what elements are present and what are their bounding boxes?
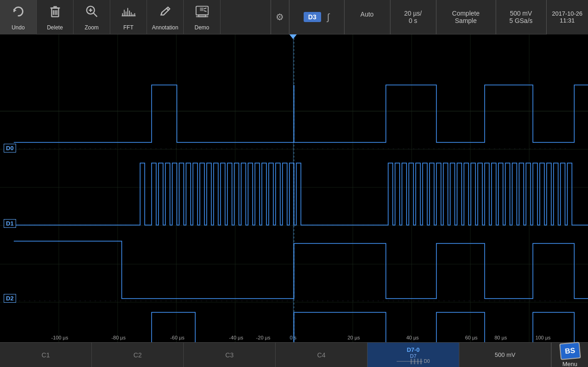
d1-waveform [14, 163, 588, 225]
info-panel: ⚙ D3 ∫ Auto 20 µs/ 0 s Complete Sample 5… [271, 0, 588, 34]
d0-waveform [14, 85, 588, 142]
time-label-minus80: -80 µs [112, 335, 126, 340]
d2-label: D2 [4, 294, 16, 303]
time-label-60: 60 µs [465, 335, 477, 340]
svg-rect-24 [200, 8, 203, 11]
delete-button[interactable]: Delete [37, 0, 74, 34]
channel-badge: D3 [304, 12, 321, 22]
annotation-button[interactable]: Annotation [147, 0, 184, 34]
mv-info: 500 mV [459, 343, 551, 367]
toolbar: Undo Delete Zoom [0, 0, 588, 34]
waveform-display [0, 34, 588, 342]
datetime: 2017-10-26 11:31 [546, 0, 588, 34]
time-label-80: 80 µs [494, 335, 507, 340]
d1-label: D1 [4, 219, 16, 228]
delete-icon [47, 4, 63, 23]
bs-logo: BS [559, 342, 581, 360]
time-label-20: 20 µs [347, 335, 360, 340]
c2-tab[interactable]: C2 [92, 343, 184, 367]
trigger-symbol: ∫ [327, 12, 329, 23]
d7-tab[interactable]: D7-0 D7 ────╫╫╫╫ D0 [368, 343, 459, 367]
status-cell[interactable]: Complete Sample [436, 0, 496, 34]
zoom-button[interactable]: Zoom [74, 0, 110, 34]
time-label-minus60: -60 µs [170, 335, 185, 340]
time-label-100: 100 µs [535, 335, 550, 340]
trigger-mode-cell[interactable]: Auto [344, 0, 390, 34]
time-label-minus40: -40 µs [229, 335, 243, 340]
zoom-icon [84, 4, 100, 23]
voltage-sample-cell[interactable]: 500 mV 5 GSa/s [496, 0, 546, 34]
time-label-minus100: -100 µs [51, 335, 68, 340]
demo-button[interactable]: Demo [184, 0, 220, 34]
settings-button[interactable]: ⚙ [271, 0, 289, 34]
time-div-cell[interactable]: 20 µs/ 0 s [390, 0, 436, 34]
trigger-line [293, 34, 294, 342]
c3-tab[interactable]: C3 [184, 343, 276, 367]
trigger-marker [289, 34, 297, 39]
fft-button[interactable]: FFT [110, 0, 147, 34]
c4-tab[interactable]: C4 [276, 343, 368, 367]
fft-icon [121, 4, 136, 23]
undo-button[interactable]: Undo [0, 0, 37, 34]
menu-button[interactable]: BS Menu [551, 343, 588, 367]
svg-line-19 [166, 8, 169, 11]
bottom-bar: C1 C2 C3 C4 D7-0 D7 ────╫╫╫╫ D0 500 mV B… [0, 342, 588, 367]
d2-waveform [14, 241, 588, 299]
svg-line-26 [204, 11, 206, 11]
oscilloscope-grid: D0 D1 D2 D3 -100 µs -80 µs -60 µs -40 µs… [0, 34, 588, 342]
undo-icon [11, 4, 26, 23]
c1-tab[interactable]: C1 [0, 343, 92, 367]
svg-line-25 [204, 8, 206, 9]
d0-label: D0 [4, 144, 16, 152]
annotation-icon [158, 4, 173, 23]
channel-trigger-cell[interactable]: D3 ∫ [289, 0, 344, 34]
demo-icon [194, 4, 210, 23]
svg-line-7 [93, 13, 97, 17]
time-label-40: 40 µs [406, 335, 418, 340]
time-label-minus20: -20 µs [256, 335, 271, 340]
